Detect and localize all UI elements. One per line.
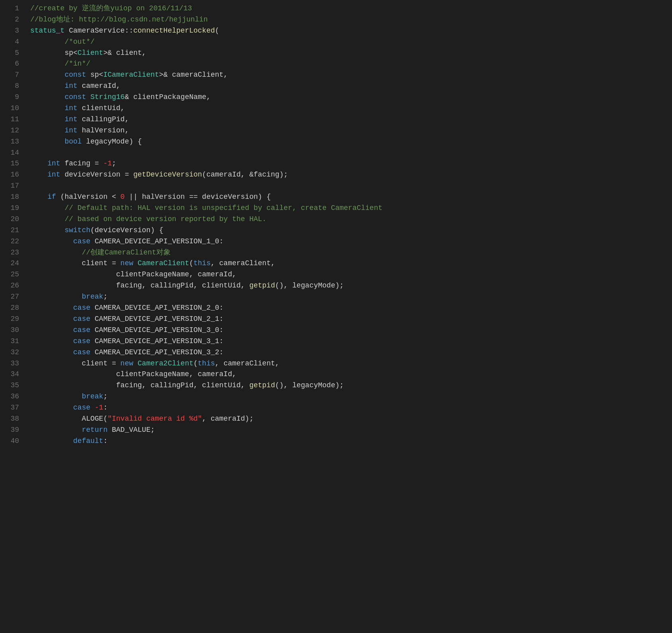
line-number: 24 xyxy=(5,258,19,269)
code-line: case CAMERA_DEVICE_API_VERSION_2_1: xyxy=(30,314,666,325)
code-line: clientPackageName, cameraId, xyxy=(30,369,666,380)
line-number: 36 xyxy=(5,391,19,402)
code-line: // Default path: HAL version is unspecif… xyxy=(30,203,666,214)
code-line: /*out*/ xyxy=(30,37,666,48)
line-number: 35 xyxy=(5,380,19,391)
code-line: int facing = -1; xyxy=(30,158,666,169)
line-number: 5 xyxy=(5,48,19,59)
line-number: 8 xyxy=(5,81,19,92)
code-line: client = new Camera2Client(this, cameraC… xyxy=(30,358,666,369)
line-number: 1 xyxy=(5,3,19,14)
code-line: sp<Client>& client, xyxy=(30,48,666,59)
line-number: 23 xyxy=(5,247,19,258)
line-number: 26 xyxy=(5,280,19,291)
line-number: 22 xyxy=(5,236,19,247)
code-line: break; xyxy=(30,291,666,303)
line-number: 18 xyxy=(5,192,19,203)
code-line xyxy=(30,148,666,159)
code-line: int callingPid, xyxy=(30,114,666,125)
line-number: 15 xyxy=(5,158,19,169)
code-line: //创建CameraClient对象 xyxy=(30,247,666,258)
line-number: 27 xyxy=(5,291,19,303)
code-line: case CAMERA_DEVICE_API_VERSION_3_1: xyxy=(30,336,666,347)
line-number: 14 xyxy=(5,148,19,159)
code-line: if (halVersion < 0 || halVersion == devi… xyxy=(30,192,666,203)
line-number: 7 xyxy=(5,70,19,81)
code-line: //create by 逆流的鱼yuiop on 2016/11/13 xyxy=(30,3,666,14)
line-number: 34 xyxy=(5,369,19,380)
line-number: 20 xyxy=(5,214,19,225)
code-line: case -1: xyxy=(30,402,666,414)
code-line xyxy=(30,181,666,192)
code-line: int cameraId, xyxy=(30,81,666,92)
code-line: clientPackageName, cameraId, xyxy=(30,269,666,280)
line-number: 31 xyxy=(5,336,19,347)
code-content: //create by 逆流的鱼yuiop on 2016/11/13//blo… xyxy=(24,3,672,447)
code-line: // based on device version reported by t… xyxy=(30,214,666,225)
line-number: 4 xyxy=(5,37,19,48)
line-number: 38 xyxy=(5,414,19,425)
code-line: return BAD_VALUE; xyxy=(30,425,666,436)
line-number: 30 xyxy=(5,325,19,336)
code-line: //blog地址: http://blog.csdn.net/hejjunlin xyxy=(30,14,666,25)
code-line: case CAMERA_DEVICE_API_VERSION_3_2: xyxy=(30,347,666,358)
line-number: 10 xyxy=(5,103,19,114)
code-line: const sp<ICameraClient>& cameraClient, xyxy=(30,70,666,81)
line-number: 2 xyxy=(5,14,19,25)
code-line: default: xyxy=(30,436,666,447)
code-line: facing, callingPid, clientUid, getpid(),… xyxy=(30,280,666,291)
line-number: 3 xyxy=(5,25,19,37)
code-line: facing, callingPid, clientUid, getpid(),… xyxy=(30,380,666,391)
code-line: switch(deviceVersion) { xyxy=(30,225,666,236)
code-line: ALOGE("Invalid camera id %d", cameraId); xyxy=(30,414,666,425)
line-number: 21 xyxy=(5,225,19,236)
code-line: client = new CameraClient(this, cameraCl… xyxy=(30,258,666,269)
code-line: break; xyxy=(30,391,666,402)
code-line: status_t CameraService::connectHelperLoc… xyxy=(30,25,666,37)
line-number: 17 xyxy=(5,181,19,192)
line-number: 33 xyxy=(5,358,19,369)
line-number: 13 xyxy=(5,136,19,148)
line-number: 16 xyxy=(5,169,19,181)
line-number: 6 xyxy=(5,58,19,70)
line-number: 9 xyxy=(5,92,19,103)
code-line: const String16& clientPackageName, xyxy=(30,92,666,103)
line-number: 39 xyxy=(5,425,19,436)
line-number: 40 xyxy=(5,436,19,447)
line-number: 32 xyxy=(5,347,19,358)
line-number: 25 xyxy=(5,269,19,280)
code-line: bool legacyMode) { xyxy=(30,136,666,148)
line-number: 12 xyxy=(5,125,19,136)
code-line: case CAMERA_DEVICE_API_VERSION_3_0: xyxy=(30,325,666,336)
line-number: 11 xyxy=(5,114,19,125)
code-line: /*in*/ xyxy=(30,58,666,70)
line-number: 37 xyxy=(5,402,19,414)
code-editor: 1234567891011121314151617181920212223242… xyxy=(0,0,672,450)
code-line: int clientUid, xyxy=(30,103,666,114)
code-line: case CAMERA_DEVICE_API_VERSION_2_0: xyxy=(30,303,666,314)
line-number-gutter: 1234567891011121314151617181920212223242… xyxy=(0,3,24,447)
line-number: 29 xyxy=(5,314,19,325)
code-line: int deviceVersion = getDeviceVersion(cam… xyxy=(30,169,666,181)
code-line: int halVersion, xyxy=(30,125,666,136)
line-number: 28 xyxy=(5,303,19,314)
line-number: 19 xyxy=(5,203,19,214)
code-line: case CAMERA_DEVICE_API_VERSION_1_0: xyxy=(30,236,666,247)
